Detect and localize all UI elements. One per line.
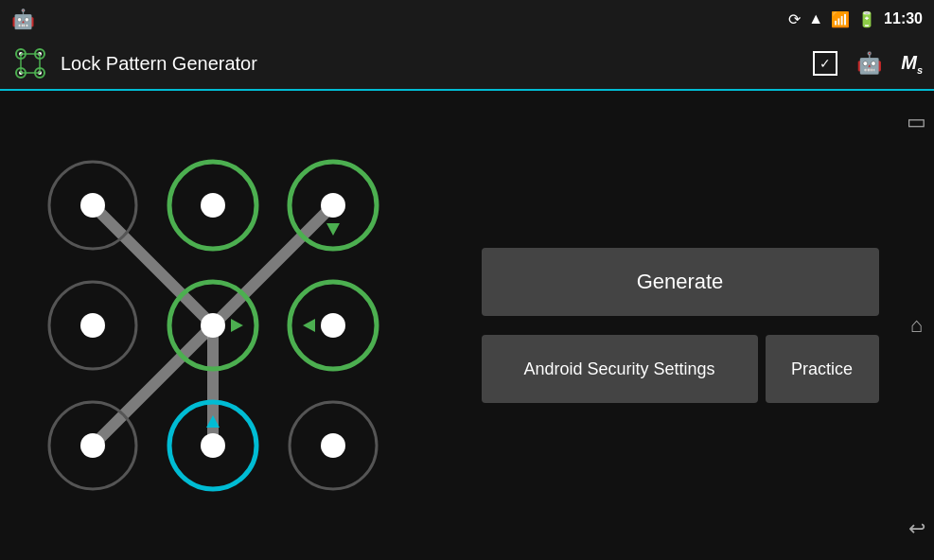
svg-line-13: [213, 205, 333, 325]
svg-point-17: [80, 193, 105, 218]
pattern-area: [0, 91, 426, 560]
ms-icon[interactable]: Ms: [901, 52, 923, 76]
status-left: 🤖: [11, 8, 35, 30]
time-display: 11:30: [884, 10, 923, 27]
svg-marker-30: [303, 319, 315, 332]
rotate-icon: ⟳: [788, 10, 801, 28]
status-bar: 🤖 ⟳ ▲ 📶 🔋 11:30: [0, 0, 934, 38]
svg-line-12: [93, 205, 213, 325]
checkbox-icon[interactable]: ✓: [813, 51, 837, 76]
app-logo-icon: [11, 44, 49, 82]
button-row: Android Security Settings Practice: [482, 335, 879, 403]
pattern-svg: [33, 146, 393, 505]
app-status-icon: 🤖: [11, 8, 35, 30]
pattern-wrapper: [33, 146, 393, 505]
practice-button[interactable]: Practice: [766, 335, 879, 403]
battery-icon: 🔋: [857, 10, 876, 28]
recent-apps-icon[interactable]: ▭: [907, 110, 926, 134]
status-right: ⟳ ▲ 📶 🔋 11:30: [788, 10, 923, 28]
svg-point-29: [321, 313, 345, 338]
svg-marker-22: [326, 223, 340, 236]
svg-point-34: [201, 433, 225, 458]
title-left: Lock Pattern Generator: [11, 44, 257, 82]
back-icon[interactable]: ↩: [908, 516, 925, 541]
svg-marker-27: [231, 319, 243, 332]
svg-point-24: [80, 313, 105, 338]
home-icon[interactable]: ⌂: [910, 313, 923, 338]
title-bar: Lock Pattern Generator ✓ 🤖 Ms: [0, 38, 934, 91]
svg-line-14: [93, 325, 213, 446]
wifi-icon: ▲: [808, 10, 823, 27]
edge-icons: ▭ ⌂ ↩: [907, 91, 926, 560]
android-icon[interactable]: 🤖: [856, 51, 882, 76]
main-content: Generate Android Security Settings Pract…: [0, 91, 934, 560]
title-actions[interactable]: ✓ 🤖 Ms: [813, 51, 923, 76]
svg-point-37: [321, 433, 345, 458]
svg-point-21: [321, 193, 345, 218]
svg-point-32: [80, 433, 105, 458]
android-security-settings-button[interactable]: Android Security Settings: [482, 335, 758, 403]
signal-icon: 📶: [831, 10, 850, 28]
controls-area: Generate Android Security Settings Pract…: [426, 91, 934, 560]
generate-button[interactable]: Generate: [482, 248, 879, 316]
svg-point-19: [201, 193, 225, 218]
app-title: Lock Pattern Generator: [61, 53, 257, 75]
svg-point-26: [201, 313, 225, 338]
